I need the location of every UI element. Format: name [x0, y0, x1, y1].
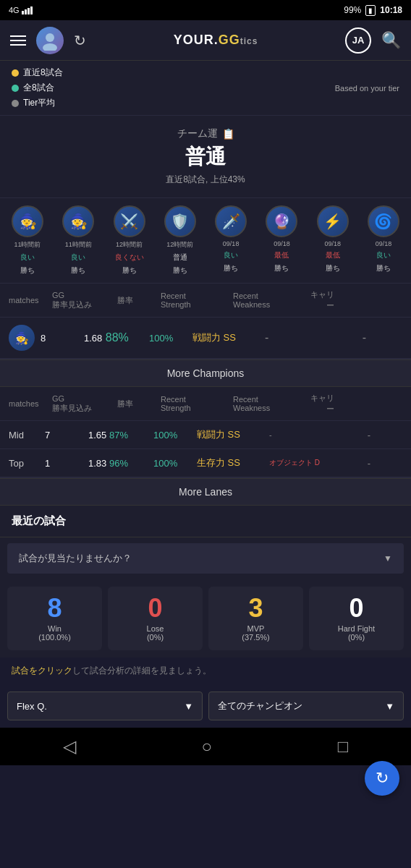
nav-right: JA 🔍	[345, 27, 401, 54]
recent-section: 最近の試合 試合が見当たりませんか？ ▼ 8 Win (100.0%) 0 Lo…	[0, 506, 411, 684]
dropdown-text: 試合が見当たりませんか？	[19, 552, 132, 565]
battery-icon: ▮	[365, 5, 376, 16]
hardfight-label: Hard Fight (0%)	[338, 624, 375, 642]
match-win-2: 勝ち	[71, 265, 85, 276]
dot-yellow	[12, 69, 19, 77]
stat-card-win: 8 Win (100.0%)	[7, 587, 102, 650]
match-item-5[interactable]: 🗡️ 09/18 良い 勝ち	[209, 205, 253, 276]
match-result-2: 良い	[71, 252, 85, 263]
match-item-3[interactable]: ⚔️ 12時間前 良くない 勝ち	[108, 205, 151, 276]
champ-avatar-4: 🛡️	[164, 205, 196, 237]
lane-mid: Mid	[9, 430, 45, 441]
stat-strength: 戦闘力 SS	[192, 331, 265, 344]
match-item-4[interactable]: 🛡️ 12時間前 普通 勝ち	[158, 205, 202, 276]
match-result-5: 良い	[224, 250, 238, 260]
queue-select[interactable]: Flex Q. ▼	[7, 692, 203, 720]
mid-matches: 7	[45, 430, 88, 441]
match-item-2[interactable]: 🧙 11時間前 良い 勝ち	[56, 205, 100, 276]
stat-winrate: 100%	[149, 333, 192, 344]
logo: YOUR.GGtics	[174, 33, 258, 48]
avatar[interactable]	[36, 27, 64, 54]
top-gg-pct: 96%	[109, 458, 128, 469]
mid-weakness: -	[269, 430, 342, 439]
mc-header-weakness: Recent Weakness	[233, 395, 305, 412]
team-luck-title: チーム運 📋	[12, 127, 399, 140]
hint-bar: 試合をクリックして試合分析の詳細を見ましょう。	[0, 658, 411, 684]
recents-button[interactable]: □	[338, 736, 349, 757]
bottom-dropdowns: Flex Q. ▼ 全てのチャンピオン ▼	[0, 684, 411, 728]
more-lanes-divider[interactable]: More Lanes	[0, 478, 411, 506]
champ-avatar-8: 🌀	[368, 205, 399, 237]
lane-row-mid[interactable]: Mid 7 1.65 87% 100% 戦闘力 SS - -	[0, 421, 411, 449]
more-champions-divider[interactable]: More Champions	[0, 359, 411, 387]
mid-gg-pct: 87%	[109, 430, 128, 441]
stat-matches: 8	[41, 333, 84, 344]
svg-point-1	[43, 43, 57, 51]
stats-section: matches GG 勝率見込み 勝率 Recent Strength Rece…	[0, 284, 411, 359]
match-item-6[interactable]: 🔮 09/18 最低 勝ち	[260, 205, 303, 276]
home-button[interactable]: ○	[201, 736, 212, 757]
header-gg: GG 勝率見込み	[52, 291, 117, 310]
win-label: Win (100.0%)	[38, 624, 71, 642]
mc-header-matches: matches	[9, 399, 52, 408]
match-dropdown[interactable]: 試合が見当たりませんか？ ▼	[7, 543, 404, 574]
top-winrate: 100%	[153, 458, 197, 469]
stat-card-lose: 0 Lose (0%)	[108, 587, 203, 650]
champion-arrow-icon: ▼	[385, 701, 394, 712]
team-luck-label: チーム運	[177, 127, 218, 140]
match-result-7: 最低	[326, 250, 340, 260]
refresh-button[interactable]: ↻	[74, 32, 86, 49]
luck-sub: 直近8試合, 上位43%	[12, 174, 399, 186]
dot-teal	[12, 85, 19, 92]
nav-left: ↻	[10, 27, 86, 54]
match-time-3: 12時間前	[116, 240, 143, 250]
champ-avatar-3: ⚔️	[114, 205, 145, 237]
mc-header-carry: キャリ ー	[305, 393, 334, 414]
champion-select[interactable]: 全てのチャンピオン ▼	[208, 692, 404, 720]
header-strength: Recent Strength	[161, 292, 233, 309]
refresh-fab[interactable]: ↻	[365, 761, 399, 796]
stats-row-main[interactable]: 🧙 8 1.68 88% 100% 戦闘力 SS - -	[0, 318, 411, 359]
team-luck-section: チーム運 📋 普通 直近8試合, 上位43%	[0, 116, 411, 198]
hint-link[interactable]: 試合をクリック	[12, 665, 72, 676]
legend-item-3: Tier平均	[12, 97, 63, 109]
lose-number: 0	[148, 595, 162, 621]
champ-avatar-6: 🔮	[266, 205, 297, 237]
stat-weakness: -	[265, 331, 337, 344]
match-result-1: 良い	[20, 252, 35, 263]
match-win-3: 勝ち	[122, 265, 137, 276]
champion-label: 全てのチャンピオン	[218, 699, 302, 712]
more-champions-section: matches GG 勝率見込み 勝率 Recent Strength Rece…	[0, 387, 411, 478]
search-button[interactable]: 🔍	[381, 31, 401, 50]
queue-arrow-icon: ▼	[184, 701, 193, 712]
champ-avatar-1: 🧙	[12, 205, 43, 237]
more-champs-header: matches GG 勝率見込み 勝率 Recent Strength Rece…	[0, 387, 411, 421]
hint-text: して試合分析の詳細を見ましょう。	[72, 665, 211, 676]
ja-button[interactable]: JA	[345, 27, 371, 54]
signal-text: 4G	[9, 6, 20, 14]
back-button[interactable]: ◁	[63, 736, 76, 757]
mid-carry: -	[342, 430, 370, 441]
top-nav: ↻ YOUR.GGtics JA 🔍	[0, 20, 411, 61]
logo-gg: GG	[219, 33, 240, 47]
stat-card-mvp: 3 MVP (37.5%)	[208, 587, 303, 650]
stat-gg: 1.68 88%	[84, 331, 149, 344]
logo-main: YOUR.	[174, 33, 219, 47]
match-item-1[interactable]: 🧙 11時間前 良い 勝ち	[6, 205, 49, 276]
legend-item-1: 直近8試合	[12, 67, 63, 79]
legend-items: 直近8試合 全8試合 Tier平均	[12, 67, 63, 109]
signal-bars	[22, 7, 33, 14]
match-item-8[interactable]: 🌀 09/18 良い 勝ち	[362, 205, 405, 276]
dropdown-arrow-icon: ▼	[384, 553, 392, 563]
stats-cards: 8 Win (100.0%) 0 Lose (0%) 3 MVP (37.5%)…	[0, 579, 411, 658]
hamburger-menu[interactable]	[10, 35, 26, 46]
lane-row-top[interactable]: Top 1 1.83 96% 100% 生存力 SS オブジェクト D -	[0, 449, 411, 477]
stats-header: matches GG 勝率見込み 勝率 Recent Strength Rece…	[0, 284, 411, 318]
match-win-7: 勝ち	[326, 263, 340, 273]
match-item-7[interactable]: ⚡ 09/18 最低 勝ち	[311, 205, 355, 276]
match-time-5: 09/18	[223, 240, 240, 247]
lose-label: Lose (0%)	[147, 624, 164, 642]
mid-gg-val: 1.65	[88, 430, 106, 441]
top-weakness: オブジェクト D	[269, 458, 342, 468]
match-time-8: 09/18	[376, 240, 392, 247]
